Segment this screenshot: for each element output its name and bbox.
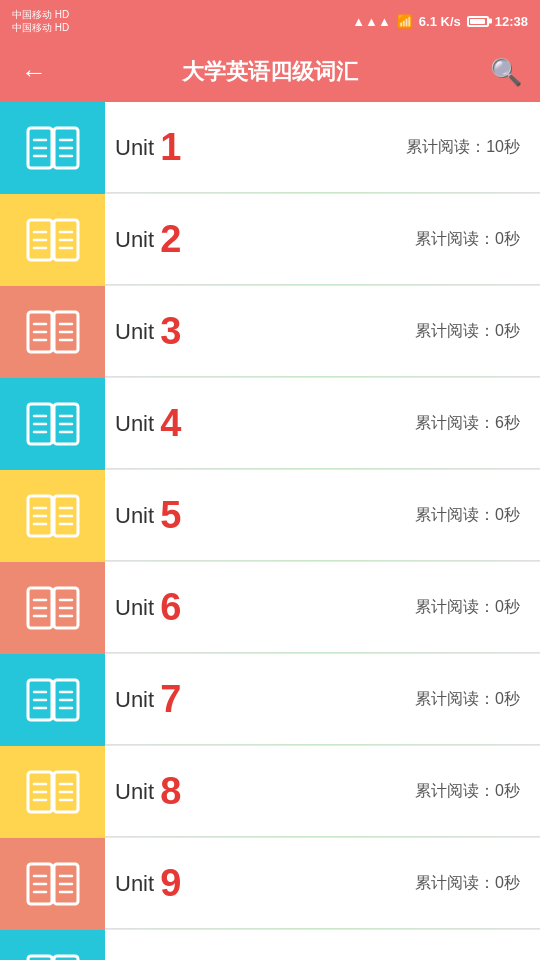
book-icon: [24, 492, 82, 540]
unit-progress: 累计阅读：6秒: [415, 413, 540, 434]
unit-label: Unit: [115, 319, 154, 345]
book-icon: [24, 768, 82, 816]
unit-label: Unit: [115, 503, 154, 529]
unit-number: 3: [160, 310, 181, 353]
unit-progress: 累计阅读：0秒: [415, 689, 540, 710]
unit-icon-box: [0, 562, 105, 654]
list-item[interactable]: Unit 3 累计阅读：0秒: [0, 286, 540, 378]
unit-progress: 累计阅读：0秒: [415, 229, 540, 250]
unit-number: 9: [160, 862, 181, 905]
unit-icon-box: [0, 378, 105, 470]
unit-number: 2: [160, 218, 181, 261]
unit-icon-box: [0, 194, 105, 286]
list-item[interactable]: Unit 1 累计阅读：10秒: [0, 102, 540, 194]
unit-label: Unit: [115, 135, 154, 161]
search-button[interactable]: 🔍: [488, 57, 524, 88]
list-item[interactable]: Unit 7 累计阅读：0秒: [0, 654, 540, 746]
unit-text: Unit 5: [105, 494, 415, 537]
unit-text: Unit 9: [105, 862, 415, 905]
unit-number: 8: [160, 770, 181, 813]
list-item[interactable]: Unit 5 累计阅读：0秒: [0, 470, 540, 562]
unit-text: Unit 3: [105, 310, 415, 353]
clock: 12:38: [495, 14, 528, 29]
unit-icon-box: [0, 746, 105, 838]
status-bar: 中国移动 HD 中国移动 HD ▲▲▲ 📶 6.1 K/s 12:38: [0, 0, 540, 42]
book-icon: [24, 952, 82, 961]
carrier2-label: 中国移动 HD: [12, 21, 69, 34]
list-item[interactable]: Unit 2 累计阅读：0秒: [0, 194, 540, 286]
unit-progress: 累计阅读：0秒: [415, 781, 540, 802]
unit-icon-box: [0, 838, 105, 930]
list-item[interactable]: Unit 10 累计阅读：0秒: [0, 930, 540, 960]
unit-number: 1: [160, 126, 181, 169]
app-header: ← 大学英语四级词汇 🔍: [0, 42, 540, 102]
unit-icon-box: [0, 470, 105, 562]
unit-text: Unit 8: [105, 770, 415, 813]
list-item[interactable]: Unit 6 累计阅读：0秒: [0, 562, 540, 654]
book-icon: [24, 216, 82, 264]
svg-rect-82: [54, 956, 78, 961]
unit-number: 4: [160, 402, 181, 445]
unit-progress: 累计阅读：0秒: [415, 321, 540, 342]
unit-label: Unit: [115, 411, 154, 437]
unit-number: 7: [160, 678, 181, 721]
unit-icon-box: [0, 930, 105, 961]
signal-strength: ▲▲▲: [352, 14, 391, 29]
book-icon: [24, 860, 82, 908]
signal-speed: 6.1 K/s: [419, 14, 461, 29]
unit-number: 6: [160, 586, 181, 629]
unit-progress: 累计阅读：0秒: [415, 597, 540, 618]
book-icon: [24, 676, 82, 724]
book-icon: [24, 584, 82, 632]
wifi-icon: 📶: [397, 14, 413, 29]
unit-icon-box: [0, 286, 105, 378]
status-right: ▲▲▲ 📶 6.1 K/s 12:38: [352, 14, 528, 29]
book-icon: [24, 400, 82, 448]
list-item[interactable]: Unit 4 累计阅读：6秒: [0, 378, 540, 470]
unit-text: Unit 2: [105, 218, 415, 261]
book-icon: [24, 124, 82, 172]
list-item[interactable]: Unit 8 累计阅读：0秒: [0, 746, 540, 838]
unit-icon-box: [0, 654, 105, 746]
unit-progress: 累计阅读：10秒: [406, 137, 540, 158]
unit-list: Unit 1 累计阅读：10秒 Unit: [0, 102, 540, 960]
unit-icon-box: [0, 102, 105, 194]
carrier1-label: 中国移动 HD: [12, 8, 69, 21]
unit-label: Unit: [115, 227, 154, 253]
list-item[interactable]: Unit 9 累计阅读：0秒: [0, 838, 540, 930]
unit-text: Unit 10: [105, 954, 415, 960]
back-button[interactable]: ←: [16, 57, 52, 88]
unit-progress: 累计阅读：0秒: [415, 873, 540, 894]
svg-rect-81: [28, 956, 52, 961]
battery-icon: [467, 16, 489, 27]
unit-text: Unit 1: [105, 126, 406, 169]
page-title: 大学英语四级词汇: [52, 57, 488, 87]
unit-label: Unit: [115, 779, 154, 805]
carrier-info: 中国移动 HD 中国移动 HD: [12, 8, 69, 34]
unit-text: Unit 7: [105, 678, 415, 721]
unit-label: Unit: [115, 871, 154, 897]
unit-label: Unit: [115, 595, 154, 621]
unit-text: Unit 6: [105, 586, 415, 629]
unit-number: 5: [160, 494, 181, 537]
unit-text: Unit 4: [105, 402, 415, 445]
unit-number: 10: [160, 954, 202, 960]
unit-progress: 累计阅读：0秒: [415, 505, 540, 526]
book-icon: [24, 308, 82, 356]
unit-label: Unit: [115, 687, 154, 713]
